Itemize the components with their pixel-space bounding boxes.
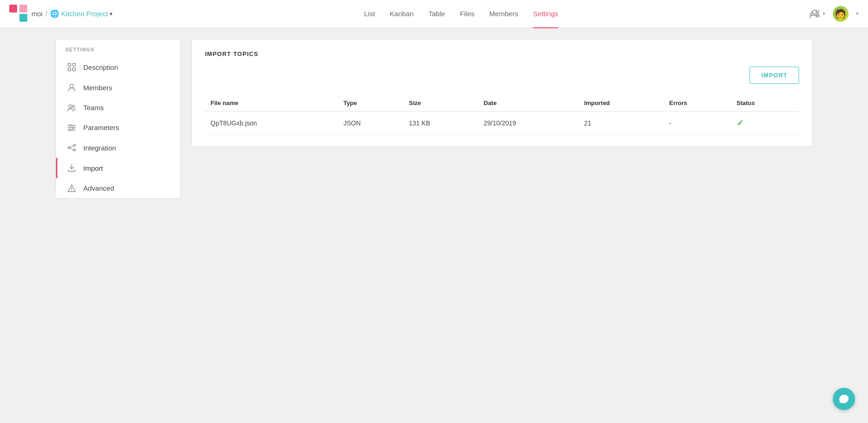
svg-point-17 xyxy=(74,149,75,151)
svg-rect-2 xyxy=(68,63,71,66)
sidebar-item-label: Advanced xyxy=(83,184,114,192)
top-bar: moi / 🌐 Kitchen Project ▾ List Kanban Ta… xyxy=(0,0,868,28)
svg-point-8 xyxy=(73,105,75,107)
cell-status: ✓ xyxy=(731,112,799,135)
svg-point-7 xyxy=(69,105,72,108)
cell-date: 29/10/2019 xyxy=(478,112,578,135)
col-header-date: Date xyxy=(478,95,578,112)
cell-type: JSON xyxy=(338,112,403,135)
nav-tab-table[interactable]: Table xyxy=(428,8,445,19)
sidebar-item-teams[interactable]: Teams xyxy=(56,98,180,118)
settings-sidebar: SETTINGS Description Members xyxy=(56,39,180,199)
table-row: QpT8UGxb.json JSON 131 KB 29/10/2019 21 … xyxy=(205,112,799,135)
import-button[interactable]: IMPORT xyxy=(750,67,799,84)
chat-button[interactable] xyxy=(833,388,855,410)
nav-tab-list[interactable]: List xyxy=(364,8,375,19)
sidebar-item-label: Parameters xyxy=(83,124,119,131)
cell-errors: - xyxy=(663,112,731,135)
project-name-label: Kitchen Project xyxy=(61,10,108,18)
status-success-icon: ✓ xyxy=(737,118,744,128)
sidebar-item-label: Members xyxy=(83,84,112,92)
col-header-errors: Errors xyxy=(663,95,731,112)
sidebar-item-parameters[interactable]: Parameters xyxy=(56,118,180,137)
svg-point-15 xyxy=(68,147,70,149)
team-icon xyxy=(67,104,77,112)
sliders-icon xyxy=(67,124,77,131)
col-header-filename: File name xyxy=(205,95,338,112)
top-bar-left: moi / 🌐 Kitchen Project ▾ xyxy=(9,5,112,23)
chevron-down-icon: ▾ xyxy=(110,11,112,17)
breadcrumb-user[interactable]: moi xyxy=(31,10,43,18)
svg-line-19 xyxy=(70,148,74,150)
col-header-status: Status xyxy=(731,95,799,112)
chevron-users: ▾ xyxy=(823,11,825,17)
import-topics-card: IMPORT TOPICS IMPORT File name Type Size… xyxy=(192,39,812,147)
breadcrumb: moi / 🌐 Kitchen Project ▾ xyxy=(31,9,112,18)
svg-point-10 xyxy=(69,124,71,126)
sidebar-item-import[interactable]: Import xyxy=(56,158,180,178)
integration-icon xyxy=(67,143,77,152)
import-table: File name Type Size Date Imported Errors… xyxy=(205,95,799,135)
col-header-size: Size xyxy=(403,95,478,112)
col-header-imported: Imported xyxy=(578,95,663,112)
avatar-chevron: ▾ xyxy=(856,11,859,17)
breadcrumb-separator: / xyxy=(45,10,47,18)
svg-rect-4 xyxy=(68,68,71,71)
sidebar-item-label: Teams xyxy=(83,104,104,112)
svg-point-0 xyxy=(812,10,816,14)
sidebar-item-integration[interactable]: Integration xyxy=(56,137,180,158)
nav-tab-settings[interactable]: Settings xyxy=(533,8,558,19)
svg-point-21 xyxy=(71,190,72,191)
top-bar-right: ▾ 🧑 ▾ xyxy=(810,6,859,22)
cell-imported: 21 xyxy=(578,112,663,135)
svg-rect-3 xyxy=(73,63,75,66)
warning-icon xyxy=(67,184,77,192)
users-icon-button[interactable]: ▾ xyxy=(810,9,825,19)
nav-tab-kanban[interactable]: Kanban xyxy=(390,8,414,19)
col-header-type: Type xyxy=(338,95,403,112)
sidebar-item-description[interactable]: Description xyxy=(56,57,180,77)
svg-point-12 xyxy=(72,127,74,129)
project-selector[interactable]: 🌐 Kitchen Project ▾ xyxy=(50,9,112,18)
nav-tab-members[interactable]: Members xyxy=(490,8,519,19)
sidebar-item-members[interactable]: Members xyxy=(56,77,180,98)
import-icon xyxy=(67,164,77,172)
import-button-row: IMPORT xyxy=(205,67,799,84)
sidebar-item-label: Import xyxy=(83,164,103,172)
svg-line-18 xyxy=(70,146,74,148)
sidebar-item-advanced[interactable]: Advanced xyxy=(56,178,180,198)
cell-size: 131 KB xyxy=(403,112,478,135)
sidebar-item-label: Description xyxy=(83,63,118,71)
person-icon xyxy=(67,83,77,92)
main-navigation: List Kanban Table Files Members Settings xyxy=(364,8,558,19)
nav-tab-files[interactable]: Files xyxy=(460,8,475,19)
svg-rect-5 xyxy=(73,68,75,71)
main-layout: SETTINGS Description Members xyxy=(0,28,868,210)
cell-filename: QpT8UGxb.json xyxy=(205,112,338,135)
app-logo xyxy=(9,5,28,23)
svg-point-6 xyxy=(70,84,74,88)
sidebar-item-label: Integration xyxy=(83,144,116,152)
svg-point-16 xyxy=(74,144,75,146)
user-avatar[interactable]: 🧑 xyxy=(833,6,849,22)
globe-icon: 🌐 xyxy=(50,9,59,18)
section-title: IMPORT TOPICS xyxy=(205,50,799,57)
sidebar-section-title: SETTINGS xyxy=(56,39,180,57)
main-content: IMPORT TOPICS IMPORT File name Type Size… xyxy=(192,39,812,199)
grid-icon xyxy=(67,63,77,71)
svg-point-14 xyxy=(69,129,71,131)
